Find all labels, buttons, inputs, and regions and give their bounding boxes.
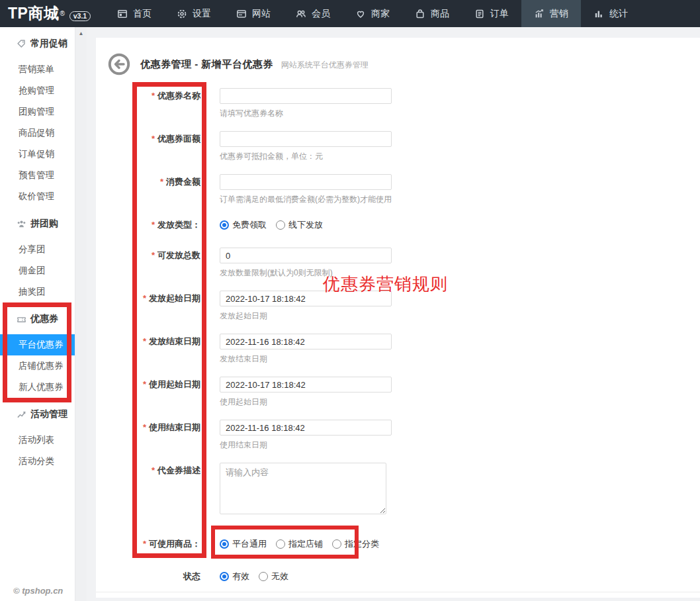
issue-type-option-2[interactable]: 线下发放 [276, 219, 323, 231]
field-control-use-end-date: 使用结束日期 [220, 420, 392, 451]
issue-type-radio-group: 免费领取线下发放 [220, 217, 323, 233]
radio-unselected-icon[interactable] [276, 220, 285, 230]
top-menu-label: 商品 [431, 8, 449, 20]
sidebar-section-coupon[interactable]: 优惠券 [0, 308, 75, 330]
form-row-status: 状态有效无效 [96, 569, 700, 584]
top-menu-label: 商家 [371, 8, 390, 20]
sidebar-item-activity-list[interactable]: 活动列表 [0, 430, 75, 451]
radio-unselected-icon[interactable] [259, 572, 268, 581]
form-row-issue-end-date: *发放结束日期发放结束日期 [96, 334, 700, 365]
radio-selected-icon[interactable] [220, 572, 229, 581]
radio-unselected-icon[interactable] [276, 539, 285, 549]
required-asterisk: * [143, 539, 146, 549]
field-label-text: 代金券描述 [157, 465, 200, 475]
sidebar-item-order-promo[interactable]: 订单促销 [0, 144, 75, 165]
form-row-min-spend: *消费金额订单需满足的最低消费金额(必需为整数)才能使用 [96, 174, 700, 205]
sidebar-item-marketing-menu[interactable]: 营销菜单 [0, 59, 75, 80]
min-spend-input[interactable] [220, 174, 392, 190]
coupon-name-input[interactable] [220, 88, 392, 104]
sidebar-item-lottery-group[interactable]: 抽奖团 [0, 281, 75, 302]
sidebar-section-items: 平台优惠券店铺优惠券新人优惠券 [0, 334, 75, 398]
top-menu-item-website[interactable]: 网站 [224, 0, 283, 27]
status-radio-group: 有效无效 [220, 569, 288, 584]
sidebar: 常用促销营销菜单抢购管理团购管理商品促销订单促销预售管理砍价管理拼团购分享团佣金… [0, 27, 75, 601]
radio-unselected-icon[interactable] [332, 539, 341, 549]
groupbuy-icon [17, 219, 26, 229]
status-option-1[interactable]: 有效 [220, 571, 249, 582]
sidebar-item-presale[interactable]: 预售管理 [0, 165, 75, 186]
sidebar-item-commission-group[interactable]: 佣金团 [0, 260, 75, 281]
radio-selected-icon[interactable] [220, 539, 229, 549]
page-subtitle: 网站系统平台优惠券管理 [281, 58, 369, 71]
top-menu-item-goods[interactable]: 商品 [402, 0, 462, 27]
radio-option-label: 平台通用 [232, 538, 267, 550]
required-asterisk: * [143, 293, 146, 303]
top-menu-item-settings[interactable]: 设置 [164, 0, 224, 27]
form-row-use-start-date: *使用起始日期使用起始日期 [96, 377, 700, 408]
issue-start-date-input[interactable] [220, 291, 392, 306]
logo-text: TP商城 [8, 3, 59, 24]
promo-icon [17, 39, 26, 49]
applicable-goods-option-3[interactable]: 指定分类 [332, 538, 379, 550]
topbar: TP商城® v3.1 首页设置网站会员商家商品订单营销统计 [0, 0, 700, 27]
use-start-date-input[interactable] [220, 377, 392, 393]
radio-option-label: 指定店铺 [288, 538, 323, 550]
field-label-issue-total: *可发放总数 [96, 248, 200, 279]
top-menu-item-members[interactable]: 会员 [283, 0, 343, 27]
coupon-form: *优惠券名称请填写优惠券名称*优惠券面额优惠券可抵扣金额，单位：元*消费金额订单… [96, 88, 700, 584]
sidebar-item-shop-coupon[interactable]: 店铺优惠券 [0, 355, 75, 377]
sidebar-section-common-promo[interactable]: 常用促销 [0, 32, 75, 55]
merchant-icon [355, 9, 366, 19]
top-menu-item-marketing[interactable]: 营销 [521, 0, 581, 27]
sidebar-section-activity-management[interactable]: 活动管理 [0, 403, 75, 426]
coupon-amount-input[interactable] [220, 131, 392, 147]
app-logo[interactable]: TP商城® v3.1 [0, 0, 105, 27]
sidebar-section-label: 优惠券 [30, 313, 58, 325]
sidebar-section-items: 分享团佣金团抽奖团 [0, 239, 75, 302]
sidebar-section-group-buying[interactable]: 拼团购 [0, 212, 75, 235]
back-button[interactable] [107, 52, 131, 76]
stats-icon [593, 9, 604, 19]
sidebar-item-bargain[interactable]: 砍价管理 [0, 186, 75, 207]
top-menu-item-merchants[interactable]: 商家 [343, 0, 402, 27]
sidebar-item-group-purchase[interactable]: 团购管理 [0, 101, 75, 122]
use-end-date-input[interactable] [220, 420, 392, 436]
radio-selected-icon[interactable] [220, 220, 229, 230]
top-menu-item-home[interactable]: 首页 [105, 0, 164, 27]
issue-total-input[interactable] [220, 248, 392, 263]
form-row-issue-type: *发放类型：免费领取线下发放 [96, 217, 700, 233]
field-helper-min-spend: 订单需满足的最低消费金额(必需为整数)才能使用 [220, 194, 392, 205]
field-label-text: 消费金额 [166, 177, 200, 187]
sidebar-item-share-group[interactable]: 分享团 [0, 239, 75, 260]
top-menu-item-orders[interactable]: 订单 [462, 0, 521, 27]
status-option-2[interactable]: 无效 [259, 571, 288, 582]
sidebar-scrollbar[interactable]: ▲ [75, 27, 87, 601]
sidebar-item-flash-sale[interactable]: 抢购管理 [0, 80, 75, 101]
coupon-desc-textarea[interactable] [220, 463, 386, 514]
main-content: 优惠券管理 - 新增平台优惠券 网站系统平台优惠券管理 *优惠券名称请填写优惠券… [87, 27, 700, 601]
arrow-left-circle-icon [107, 52, 131, 76]
website-icon [236, 9, 247, 19]
applicable-goods-option-2[interactable]: 指定店铺 [276, 538, 323, 550]
required-asterisk: * [152, 250, 155, 260]
applicable-goods-option-1[interactable]: 平台通用 [220, 538, 267, 550]
radio-option-label: 免费领取 [232, 219, 267, 231]
sidebar-item-newcomer-coupon[interactable]: 新人优惠券 [0, 377, 75, 398]
field-label-issue-type: *发放类型： [96, 217, 200, 233]
issue-type-option-1[interactable]: 免费领取 [220, 219, 267, 231]
required-asterisk: * [152, 134, 155, 144]
field-label-status: 状态 [96, 569, 200, 584]
field-label-text: 可发放总数 [157, 250, 200, 260]
radio-option-label: 线下发放 [288, 219, 323, 231]
sidebar-item-platform-coupon[interactable]: 平台优惠券 [0, 334, 75, 355]
form-row-coupon-amount: *优惠券面额优惠券可抵扣金额，单位：元 [96, 131, 700, 162]
top-menu: 首页设置网站会员商家商品订单营销统计 [105, 0, 640, 27]
sidebar-item-activity-category[interactable]: 活动分类 [0, 451, 75, 472]
sidebar-section-label: 拼团购 [30, 218, 58, 230]
top-menu-item-stats[interactable]: 统计 [581, 0, 640, 27]
applicable-goods-radio-group: 平台通用指定店铺指定分类 [220, 536, 379, 552]
issue-end-date-input[interactable] [220, 334, 392, 349]
field-label-min-spend: *消费金额 [96, 174, 200, 205]
sidebar-item-product-promo[interactable]: 商品促销 [0, 122, 75, 144]
scroll-up-arrow-icon[interactable]: ▲ [75, 27, 87, 36]
